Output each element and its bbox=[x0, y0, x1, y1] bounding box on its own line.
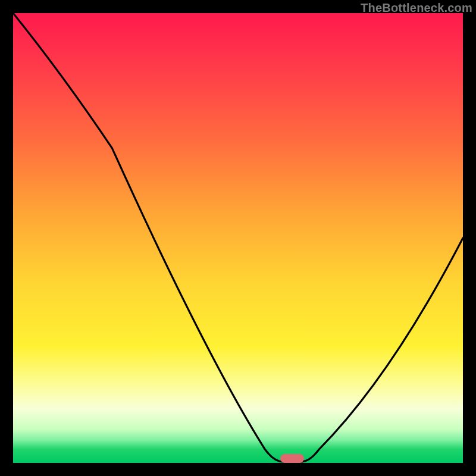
bottleneck-curve bbox=[13, 13, 463, 463]
plot-area bbox=[13, 13, 463, 463]
optimal-marker bbox=[280, 454, 304, 463]
chart-frame: TheBottleneck.com bbox=[0, 0, 476, 476]
